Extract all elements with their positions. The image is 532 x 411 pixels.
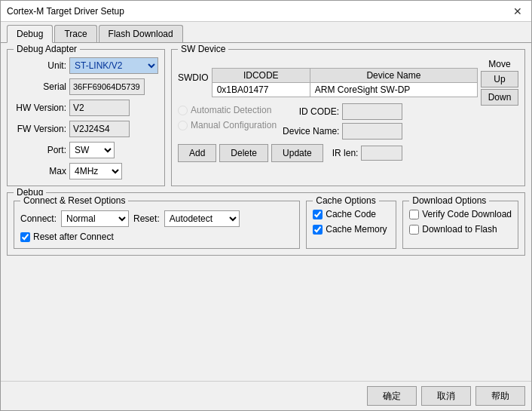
connect-label: Connect: (20, 213, 57, 224)
reset-label: Reset: (133, 213, 160, 224)
serial-input[interactable] (69, 78, 145, 95)
radio-col: Automatic Detection Manual Configuration (178, 105, 277, 130)
debug-inner: Connect & Reset Options Connect: Normal … (14, 201, 518, 249)
port-row: Port: SW JTAG (14, 142, 158, 158)
cache-memory-checkbox[interactable] (313, 225, 323, 235)
connect-row: Connect: Normal with pre-reset under Res… (20, 210, 293, 227)
verify-code-row: Verify Code Download (409, 209, 512, 219)
move-up-button[interactable]: Up (481, 71, 518, 87)
cache-options-group: Cache Options Cache Code Cache Memory (306, 201, 396, 249)
cell-device-name: ARM CoreSight SW-DP (310, 83, 477, 97)
move-label: Move (481, 59, 518, 69)
device-name-input[interactable] (342, 123, 402, 140)
max-label: Max (14, 166, 66, 176)
debug-section: Debug Connect & Reset Options Connect: N… (7, 192, 525, 256)
tab-content: Debug Adapter Unit: ST-LINK/V2 Serial HW… (1, 43, 531, 381)
tab-bar: Debug Trace Flash Download (1, 22, 531, 43)
sw-device-table: IDCODE Device Name 0x1BA01477 ARM CoreSi… (212, 68, 478, 97)
download-to-flash-label: Download to Flash (422, 224, 497, 235)
unit-label: Unit: (14, 60, 66, 71)
hw-version-label: HW Version: (14, 103, 66, 113)
unit-row: Unit: ST-LINK/V2 (14, 57, 158, 74)
id-code-field-row: ID CODE: (283, 103, 402, 120)
reset-after-connect-checkbox[interactable] (20, 232, 30, 242)
cache-memory-row: Cache Memory (313, 224, 390, 235)
reset-after-connect-row: Reset after Connect (20, 232, 293, 242)
close-button[interactable]: ✕ (510, 4, 525, 19)
help-button[interactable]: 帮助 (475, 386, 525, 406)
id-code-label: ID CODE: (283, 106, 339, 117)
verify-code-label: Verify Code Download (422, 209, 512, 219)
port-label: Port: (14, 145, 66, 155)
cache-code-row: Cache Code (313, 209, 390, 219)
sw-radio-id: Automatic Detection Manual Configuration… (178, 103, 478, 140)
cache-options-label: Cache Options (313, 195, 378, 206)
update-button[interactable]: Update (271, 144, 323, 162)
fw-version-input (69, 121, 130, 137)
table-row[interactable]: 0x1BA01477 ARM CoreSight SW-DP (212, 83, 477, 97)
download-to-flash-checkbox[interactable] (409, 225, 419, 235)
ir-len-label: IR len: (332, 148, 359, 158)
reset-after-connect-label: Reset after Connect (33, 232, 114, 242)
fw-version-label: FW Version: (14, 124, 66, 134)
top-row: Debug Adapter Unit: ST-LINK/V2 Serial HW… (7, 49, 525, 186)
move-down-button[interactable]: Down (481, 89, 518, 106)
id-code-input[interactable] (342, 103, 402, 120)
delete-button[interactable]: Delete (219, 144, 268, 162)
swdio-label: SWDIO (178, 72, 209, 83)
cache-code-label: Cache Code (326, 209, 376, 219)
connect-reset-label: Connect & Reset Options (20, 195, 128, 206)
col-idcode: IDCODE (212, 69, 310, 83)
manual-config-radio[interactable]: Manual Configuration (178, 120, 277, 130)
cache-code-checkbox[interactable] (313, 210, 323, 219)
sw-top-row: SWDIO IDCODE Device Name (178, 59, 518, 162)
ok-button[interactable]: 确定 (367, 386, 417, 406)
serial-label: Serial (14, 81, 66, 92)
cancel-button[interactable]: 取消 (421, 386, 471, 406)
col-device-name: Device Name (310, 69, 477, 83)
tab-debug[interactable]: Debug (7, 25, 53, 43)
hw-version-input (69, 100, 130, 116)
main-window: Cortex-M Target Driver Setup ✕ Debug Tra… (0, 0, 532, 411)
device-name-field-label: Device Name: (283, 126, 339, 136)
title-bar: Cortex-M Target Driver Setup ✕ (1, 1, 531, 22)
ir-len-input[interactable] (361, 146, 402, 161)
sw-device-group: SW Device SWDIO IDCODE Device Name (171, 49, 525, 186)
cell-idcode: 0x1BA01477 (212, 83, 310, 97)
connect-reset-group: Connect & Reset Options Connect: Normal … (14, 201, 300, 249)
debug-adapter-label: Debug Adapter (14, 44, 80, 54)
debug-adapter-group: Debug Adapter Unit: ST-LINK/V2 Serial HW… (7, 49, 165, 186)
action-buttons-row: Add Delete Update IR len: (178, 144, 478, 162)
max-row: Max 1MHz 2MHz 4MHz 8MHz (14, 163, 158, 179)
port-select[interactable]: SW JTAG (69, 142, 115, 158)
tab-flash-download[interactable]: Flash Download (99, 25, 183, 42)
auto-detect-radio[interactable]: Automatic Detection (178, 105, 277, 115)
cache-memory-label: Cache Memory (326, 224, 387, 235)
hw-version-row: HW Version: (14, 100, 158, 116)
download-options-label: Download Options (409, 195, 489, 206)
download-options-group: Download Options Verify Code Download Do… (402, 201, 518, 249)
add-button[interactable]: Add (178, 144, 216, 162)
window-title: Cortex-M Target Driver Setup (7, 6, 124, 17)
verify-code-checkbox[interactable] (409, 210, 419, 219)
unit-select[interactable]: ST-LINK/V2 (69, 57, 158, 74)
tab-trace[interactable]: Trace (54, 25, 96, 42)
max-select[interactable]: 1MHz 2MHz 4MHz 8MHz (69, 163, 122, 179)
reset-select[interactable]: Autodetect Software Hardware (164, 210, 240, 227)
connect-select[interactable]: Normal with pre-reset under Reset (61, 210, 129, 227)
device-name-field-row: Device Name: (283, 123, 402, 140)
serial-row: Serial (14, 78, 158, 95)
footer: 确定 取消 帮助 (1, 381, 531, 410)
move-buttons: Move Up Down (481, 59, 518, 106)
download-to-flash-row: Download to Flash (409, 224, 512, 235)
fw-version-row: FW Version: (14, 121, 158, 137)
id-col: ID CODE: Device Name: (283, 103, 402, 140)
sw-device-label: SW Device (178, 44, 228, 54)
